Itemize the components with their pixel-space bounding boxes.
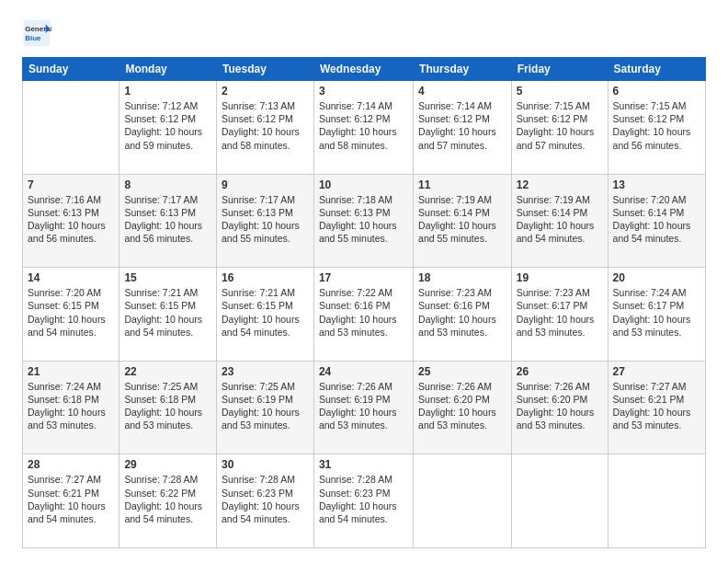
- header-cell-tuesday: Tuesday: [217, 58, 314, 81]
- day-info: Sunrise: 7:17 AM Sunset: 6:13 PM Dayligh…: [222, 193, 309, 246]
- day-info: Sunrise: 7:20 AM Sunset: 6:14 PM Dayligh…: [613, 193, 700, 246]
- logo-icon: General Blue: [22, 18, 51, 48]
- day-number: 24: [319, 365, 408, 378]
- day-cell: 27Sunrise: 7:27 AM Sunset: 6:21 PM Dayli…: [608, 361, 705, 454]
- header-cell-thursday: Thursday: [414, 58, 512, 81]
- day-cell: 23Sunrise: 7:25 AM Sunset: 6:19 PM Dayli…: [217, 361, 314, 454]
- day-info: Sunrise: 7:27 AM Sunset: 6:21 PM Dayligh…: [28, 473, 114, 525]
- day-cell: 20Sunrise: 7:24 AM Sunset: 6:17 PM Dayli…: [608, 268, 705, 362]
- header-cell-saturday: Saturday: [608, 58, 705, 81]
- day-info: Sunrise: 7:26 AM Sunset: 6:20 PM Dayligh…: [418, 380, 506, 432]
- day-cell: 3Sunrise: 7:14 AM Sunset: 6:12 PM Daylig…: [313, 81, 413, 175]
- week-row-3: 14Sunrise: 7:20 AM Sunset: 6:15 PM Dayli…: [23, 268, 706, 362]
- calendar-page: General Blue SundayMondayTuesdayWednesda…: [0, 0, 728, 563]
- day-cell: 5Sunrise: 7:15 AM Sunset: 6:12 PM Daylig…: [511, 81, 608, 175]
- day-info: Sunrise: 7:21 AM Sunset: 6:15 PM Dayligh…: [222, 286, 309, 339]
- day-cell: 15Sunrise: 7:21 AM Sunset: 6:15 PM Dayli…: [119, 268, 217, 362]
- header-cell-friday: Friday: [511, 58, 608, 81]
- calendar-header: SundayMondayTuesdayWednesdayThursdayFrid…: [23, 58, 706, 81]
- day-info: Sunrise: 7:14 AM Sunset: 6:12 PM Dayligh…: [418, 99, 506, 152]
- day-cell: 22Sunrise: 7:25 AM Sunset: 6:18 PM Dayli…: [119, 361, 217, 454]
- day-info: Sunrise: 7:12 AM Sunset: 6:12 PM Dayligh…: [124, 99, 211, 152]
- day-cell: 19Sunrise: 7:23 AM Sunset: 6:17 PM Dayli…: [511, 268, 608, 362]
- day-cell: 12Sunrise: 7:19 AM Sunset: 6:14 PM Dayli…: [511, 174, 608, 268]
- day-number: 16: [222, 271, 309, 284]
- day-number: 25: [418, 365, 506, 378]
- day-info: Sunrise: 7:25 AM Sunset: 6:19 PM Dayligh…: [222, 380, 309, 432]
- day-cell: 2Sunrise: 7:13 AM Sunset: 6:12 PM Daylig…: [217, 81, 314, 175]
- day-cell: 8Sunrise: 7:17 AM Sunset: 6:13 PM Daylig…: [119, 174, 217, 268]
- day-number: 4: [418, 85, 506, 98]
- day-number: 13: [613, 178, 700, 191]
- day-number: 26: [517, 365, 603, 378]
- day-info: Sunrise: 7:23 AM Sunset: 6:17 PM Dayligh…: [517, 286, 603, 339]
- day-info: Sunrise: 7:28 AM Sunset: 6:23 PM Dayligh…: [319, 473, 408, 525]
- day-cell: 18Sunrise: 7:23 AM Sunset: 6:16 PM Dayli…: [414, 268, 512, 362]
- day-cell: 30Sunrise: 7:28 AM Sunset: 6:23 PM Dayli…: [217, 454, 314, 548]
- day-cell: 17Sunrise: 7:22 AM Sunset: 6:16 PM Dayli…: [313, 268, 413, 362]
- week-row-2: 7Sunrise: 7:16 AM Sunset: 6:13 PM Daylig…: [23, 174, 706, 268]
- day-cell: 24Sunrise: 7:26 AM Sunset: 6:19 PM Dayli…: [313, 361, 413, 454]
- day-cell: 28Sunrise: 7:27 AM Sunset: 6:21 PM Dayli…: [23, 454, 119, 548]
- day-number: 11: [418, 178, 506, 191]
- day-number: 12: [517, 178, 603, 191]
- day-info: Sunrise: 7:26 AM Sunset: 6:20 PM Dayligh…: [517, 380, 603, 432]
- day-number: 8: [124, 178, 211, 191]
- day-info: Sunrise: 7:28 AM Sunset: 6:22 PM Dayligh…: [124, 473, 211, 525]
- day-info: Sunrise: 7:16 AM Sunset: 6:13 PM Dayligh…: [28, 193, 114, 246]
- day-cell: 9Sunrise: 7:17 AM Sunset: 6:13 PM Daylig…: [217, 174, 314, 268]
- header-cell-sunday: Sunday: [23, 58, 119, 81]
- day-info: Sunrise: 7:27 AM Sunset: 6:21 PM Dayligh…: [613, 380, 700, 432]
- day-cell: [511, 454, 608, 548]
- day-info: Sunrise: 7:28 AM Sunset: 6:23 PM Dayligh…: [222, 473, 309, 525]
- day-info: Sunrise: 7:20 AM Sunset: 6:15 PM Dayligh…: [28, 286, 114, 339]
- day-number: 22: [124, 365, 211, 378]
- day-cell: 14Sunrise: 7:20 AM Sunset: 6:15 PM Dayli…: [23, 268, 119, 362]
- day-cell: 7Sunrise: 7:16 AM Sunset: 6:13 PM Daylig…: [23, 174, 119, 268]
- day-number: 6: [613, 85, 700, 98]
- week-row-1: 1Sunrise: 7:12 AM Sunset: 6:12 PM Daylig…: [23, 81, 706, 175]
- day-info: Sunrise: 7:14 AM Sunset: 6:12 PM Dayligh…: [319, 99, 408, 152]
- week-row-4: 21Sunrise: 7:24 AM Sunset: 6:18 PM Dayli…: [23, 361, 706, 454]
- day-cell: 31Sunrise: 7:28 AM Sunset: 6:23 PM Dayli…: [313, 454, 413, 548]
- header-row: SundayMondayTuesdayWednesdayThursdayFrid…: [23, 58, 706, 81]
- day-info: Sunrise: 7:15 AM Sunset: 6:12 PM Dayligh…: [517, 99, 603, 152]
- day-cell: 21Sunrise: 7:24 AM Sunset: 6:18 PM Dayli…: [23, 361, 119, 454]
- day-cell: 1Sunrise: 7:12 AM Sunset: 6:12 PM Daylig…: [119, 81, 217, 175]
- day-cell: 6Sunrise: 7:15 AM Sunset: 6:12 PM Daylig…: [608, 81, 705, 175]
- day-number: 23: [222, 365, 309, 378]
- day-cell: [608, 454, 705, 548]
- day-info: Sunrise: 7:21 AM Sunset: 6:15 PM Dayligh…: [124, 286, 211, 339]
- day-number: 3: [319, 85, 408, 98]
- day-info: Sunrise: 7:26 AM Sunset: 6:19 PM Dayligh…: [319, 380, 408, 432]
- header-cell-monday: Monday: [119, 58, 217, 81]
- day-number: 29: [124, 458, 211, 471]
- calendar-table: SundayMondayTuesdayWednesdayThursdayFrid…: [22, 57, 706, 548]
- day-info: Sunrise: 7:18 AM Sunset: 6:13 PM Dayligh…: [319, 193, 408, 246]
- day-cell: 16Sunrise: 7:21 AM Sunset: 6:15 PM Dayli…: [217, 268, 314, 362]
- day-info: Sunrise: 7:13 AM Sunset: 6:12 PM Dayligh…: [222, 99, 309, 152]
- day-number: 28: [28, 458, 114, 471]
- day-number: 14: [28, 271, 114, 284]
- day-number: 18: [418, 271, 506, 284]
- day-number: 21: [28, 365, 114, 378]
- day-number: 20: [613, 271, 700, 284]
- day-number: 27: [613, 365, 700, 378]
- day-info: Sunrise: 7:19 AM Sunset: 6:14 PM Dayligh…: [418, 193, 506, 246]
- day-cell: [414, 454, 512, 548]
- logo: General Blue: [22, 18, 51, 48]
- day-number: 10: [319, 178, 408, 191]
- header-cell-wednesday: Wednesday: [313, 58, 413, 81]
- day-info: Sunrise: 7:15 AM Sunset: 6:12 PM Dayligh…: [613, 99, 700, 152]
- day-cell: [23, 81, 119, 175]
- day-info: Sunrise: 7:23 AM Sunset: 6:16 PM Dayligh…: [418, 286, 506, 339]
- day-number: 19: [517, 271, 603, 284]
- day-cell: 10Sunrise: 7:18 AM Sunset: 6:13 PM Dayli…: [313, 174, 413, 268]
- day-number: 17: [319, 271, 408, 284]
- day-number: 1: [124, 85, 211, 98]
- day-number: 31: [319, 458, 408, 471]
- calendar-body: 1Sunrise: 7:12 AM Sunset: 6:12 PM Daylig…: [23, 81, 706, 548]
- day-number: 15: [124, 271, 211, 284]
- day-info: Sunrise: 7:19 AM Sunset: 6:14 PM Dayligh…: [517, 193, 603, 246]
- day-info: Sunrise: 7:22 AM Sunset: 6:16 PM Dayligh…: [319, 286, 408, 339]
